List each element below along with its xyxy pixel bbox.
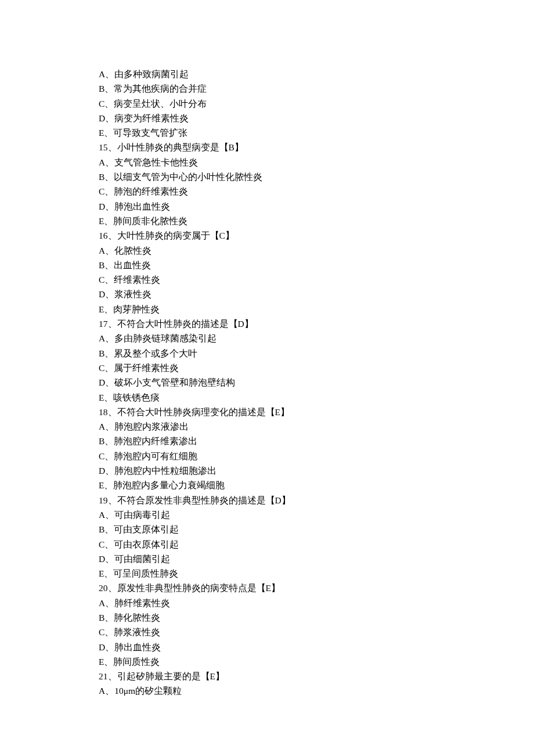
question-line: 20、原发性非典型性肺炎的病变特点是【E】 — [99, 581, 435, 595]
text-line: A、支气管急性卡他性炎 — [99, 155, 435, 170]
text-line: D、破坏小支气管壁和肺泡壁结构 — [99, 375, 435, 390]
text-line: C、肺浆液性炎 — [99, 625, 435, 639]
document-page: A、由多种致病菌引起 B、常为其他疾病的合并症 C、病变呈灶状、小叶分布 D、病… — [0, 0, 534, 745]
question-line: 17、不符合大叶性肺炎的描述是【D】 — [99, 316, 435, 331]
text-line: A、肺泡腔内浆液渗出 — [99, 419, 435, 434]
text-line: B、肺化脓性炎 — [99, 610, 435, 625]
text-line: E、可导致支气管扩张 — [99, 125, 435, 140]
text-line: C、属于纤维素性炎 — [99, 361, 435, 375]
text-line: E、咳铁锈色痰 — [99, 390, 435, 405]
text-line: D、肺泡出血性炎 — [99, 199, 435, 214]
text-line: C、纤维素性炎 — [99, 272, 435, 287]
text-line: C、可由衣原体引起 — [99, 537, 435, 552]
question-line: 16、大叶性肺炎的病变属于【C】 — [99, 228, 435, 243]
text-line: C、病变呈灶状、小叶分布 — [99, 96, 435, 111]
text-line: B、以细支气管为中心的小叶性化脓性炎 — [99, 170, 435, 184]
question-line: 21、引起矽肺最主要的是【E】 — [99, 669, 435, 683]
text-line: A、10μm的矽尘颗粒 — [99, 683, 435, 698]
text-line: D、浆液性炎 — [99, 287, 435, 301]
text-line: B、可由支原体引起 — [99, 522, 435, 537]
text-line: A、由多种致病菌引起 — [99, 67, 435, 81]
text-line: C、肺泡的纤维素性炎 — [99, 184, 435, 199]
text-line: A、可由病毒引起 — [99, 507, 435, 522]
text-line: E、肉芽肿性炎 — [99, 302, 435, 316]
text-line: E、肺泡腔内多量心力衰竭细胞 — [99, 478, 435, 492]
text-line: A、多由肺炎链球菌感染引起 — [99, 331, 435, 345]
question-line: 15、小叶性肺炎的典型病变是【B】 — [99, 140, 435, 154]
text-line: B、肺泡腔内纤维素渗出 — [99, 434, 435, 448]
text-line: D、肺泡腔内中性粒细胞渗出 — [99, 463, 435, 478]
text-line: D、可由细菌引起 — [99, 552, 435, 566]
text-line: B、常为其他疾病的合并症 — [99, 81, 435, 96]
text-line: E、可呈间质性肺炎 — [99, 566, 435, 581]
text-line: B、累及整个或多个大叶 — [99, 346, 435, 361]
text-line: D、病变为纤维素性炎 — [99, 111, 435, 125]
text-line: A、化脓性炎 — [99, 243, 435, 258]
text-line: D、肺出血性炎 — [99, 640, 435, 654]
text-line: A、肺纤维素性炎 — [99, 596, 435, 610]
text-line: E、肺间质性炎 — [99, 654, 435, 669]
text-line: E、肺间质非化脓性炎 — [99, 214, 435, 228]
question-line: 19、不符合原发性非典型性肺炎的描述是【D】 — [99, 493, 435, 507]
text-line: C、肺泡腔内可有红细胞 — [99, 449, 435, 463]
text-line: B、出血性炎 — [99, 258, 435, 272]
question-line: 18、不符合大叶性肺炎病理变化的描述是【E】 — [99, 405, 435, 419]
